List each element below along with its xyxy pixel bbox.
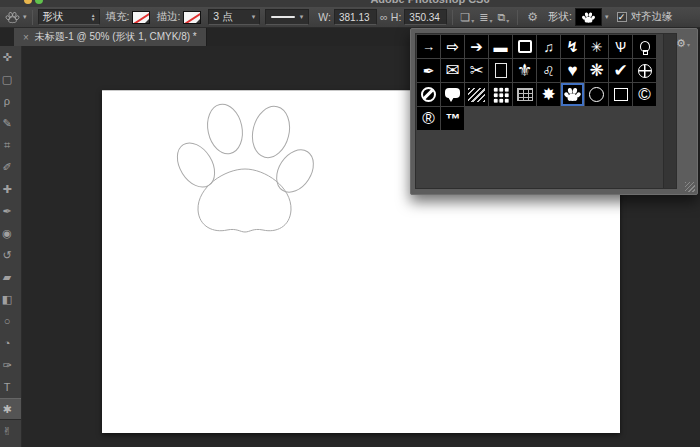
shape-arrow-3[interactable]: ➔ <box>465 35 488 58</box>
resize-grip[interactable] <box>685 182 695 192</box>
shape-star-burst[interactable]: ✸ <box>537 83 560 106</box>
check-icon: ✓ <box>618 12 626 22</box>
shape-height-input[interactable]: 350.34 <box>404 9 447 25</box>
stroke-swatch[interactable] <box>183 11 201 24</box>
shape-square-outline-icon <box>614 88 628 101</box>
healing-brush-tool[interactable]: ✚ <box>0 178 22 200</box>
brush-tool[interactable]: ✒ <box>0 200 22 222</box>
shape-width-input[interactable]: 381.13 <box>334 9 377 25</box>
shape-copyright[interactable]: © <box>633 83 656 106</box>
path-arrangement-button[interactable]: ⧉▾ <box>497 11 510 24</box>
shape-heart[interactable]: ♥ <box>561 59 584 82</box>
clone-stamp-tool[interactable]: ◉ <box>0 222 22 244</box>
crop-tool[interactable]: ⌗ <box>0 134 22 156</box>
shape-dots-pattern-icon <box>493 87 509 103</box>
stroke-width-value: 3 点 <box>213 10 232 24</box>
shape-crosshair-target[interactable] <box>633 59 656 82</box>
fill-swatch[interactable] <box>132 11 150 24</box>
shape-banner[interactable]: ▬ <box>489 35 512 58</box>
shape-scissors[interactable]: ✂ <box>465 59 488 82</box>
shape-no-symbol[interactable] <box>417 83 440 106</box>
shape-envelope[interactable]: ✉ <box>441 59 464 82</box>
shape-preview-button[interactable] <box>575 8 602 26</box>
eraser-tool[interactable]: ▰ <box>0 266 22 288</box>
hand-tool[interactable]: ✌ <box>0 420 22 442</box>
tool-preset-button[interactable]: ▾ <box>5 10 27 25</box>
gradient-tool[interactable]: ◧ <box>0 288 22 310</box>
stroke-label: 描边: <box>156 10 180 24</box>
shape-circle-outline-icon <box>589 87 604 102</box>
shape-grid: →⇨➔▬♫↯✳Ѱ✒✉✂⚜♌♥❋✔✸©®™ <box>417 35 656 130</box>
shape-square-outline[interactable] <box>609 83 632 106</box>
shape-sun-burst[interactable]: ✳ <box>585 35 608 58</box>
shape-picker-label: 形状: <box>548 10 572 24</box>
shape-circle-outline[interactable] <box>585 83 608 106</box>
custom-shape-tool-icon <box>5 10 20 25</box>
type-tool[interactable]: T <box>0 376 22 398</box>
link-dimensions-icon[interactable]: ∞ <box>380 11 388 23</box>
minimize-button[interactable] <box>24 0 32 4</box>
path-buttons-group: ❏▾≣▾⧉▾ <box>458 11 512 24</box>
document-tab[interactable]: × 未标题-1 @ 50% (形状 1, CMYK/8) * <box>14 28 207 46</box>
tool-mode-select[interactable]: 形状 ▴▾ <box>38 9 100 25</box>
shape-thin-frame[interactable] <box>489 59 512 82</box>
shape-arrow-2[interactable]: ⇨ <box>441 35 464 58</box>
panel-menu-button[interactable]: ⚙▾ <box>676 37 691 50</box>
shape-fleur-de-lis[interactable]: ⚜ <box>513 59 536 82</box>
swatch-caret-icon <box>145 19 149 23</box>
shape-diagonal-texture-icon <box>468 88 485 102</box>
chevron-down-icon: ▾ <box>471 17 474 24</box>
zoom-tool[interactable]: ⌕ <box>0 442 22 447</box>
marquee-tool[interactable]: ▢ <box>0 68 22 90</box>
path-arrangement-button-icon: ⧉ <box>497 11 505 24</box>
shape-trademark[interactable]: ™ <box>441 107 464 130</box>
move-tool[interactable]: ✜ <box>0 46 22 68</box>
solid-line-icon <box>271 16 295 18</box>
stroke-width-input[interactable]: 3 点 ▾ <box>208 9 260 25</box>
maximize-button[interactable] <box>35 0 43 4</box>
close-icon[interactable]: × <box>23 32 29 43</box>
shape-list-area: →⇨➔▬♫↯✳Ѱ✒✉✂⚜♌♥❋✔✸©®™ <box>415 33 677 189</box>
shape-height-value: 350.34 <box>409 12 440 23</box>
shape-grass[interactable]: Ѱ <box>609 35 632 58</box>
shape-grid-pattern-icon <box>517 88 533 101</box>
divider <box>452 10 453 25</box>
shape-arrow-1[interactable]: → <box>417 35 440 58</box>
align-edges-checkbox[interactable]: ✓ <box>617 12 627 22</box>
shape-light-bulb[interactable] <box>633 35 656 58</box>
shape-lightning[interactable]: ↯ <box>561 35 584 58</box>
title-bar: Adobe Photoshop CS6 <box>0 0 700 7</box>
shape-diagonal-texture[interactable] <box>465 83 488 106</box>
pen-tool[interactable]: ✑ <box>0 354 22 376</box>
shape-speech-bubble[interactable] <box>441 83 464 106</box>
shape-registered[interactable]: ® <box>417 107 440 130</box>
chevron-down-icon[interactable]: ▾ <box>605 13 609 21</box>
shape-grid-pattern[interactable] <box>513 83 536 106</box>
dodge-tool[interactable]: ◔ <box>0 332 22 354</box>
shape-dots-pattern[interactable] <box>489 83 512 106</box>
custom-shape-tool[interactable]: ✱ <box>0 398 22 420</box>
shape-musical-notes[interactable]: ♫ <box>537 35 560 58</box>
path-alignment-button[interactable]: ≣▾ <box>479 11 493 24</box>
history-brush-tool[interactable]: ↺ <box>0 244 22 266</box>
chevron-down-icon: ▾ <box>506 17 509 24</box>
lasso-tool[interactable]: ρ <box>0 90 22 112</box>
shape-ornament[interactable]: ♌ <box>537 59 560 82</box>
divider <box>32 10 33 25</box>
photoshop-window: Adobe Photoshop CS6 ▾ 形状 ▴▾ 填充: 描边: 3 点 … <box>0 0 700 447</box>
document-tab-title: 未标题-1 @ 50% (形状 1, CMYK/8) * <box>35 30 197 44</box>
path-operations-button[interactable]: ❏▾ <box>460 11 475 24</box>
chevron-down-icon: ▾ <box>23 13 27 21</box>
blur-tool[interactable]: ○ <box>0 310 22 332</box>
shape-frame[interactable] <box>513 35 536 58</box>
gear-icon[interactable]: ⚙ <box>527 10 538 24</box>
stroke-type-select[interactable]: ▾ <box>265 9 309 25</box>
quick-selection-tool[interactable]: ✎ <box>0 112 22 134</box>
shape-splat[interactable]: ❋ <box>585 59 608 82</box>
shape-check-mark[interactable]: ✔ <box>609 59 632 82</box>
eyedropper-tool[interactable]: ✐ <box>0 156 22 178</box>
shape-paw-print[interactable] <box>561 83 584 106</box>
shape-pushpin[interactable]: ✒ <box>417 59 440 82</box>
scrollbar[interactable] <box>663 34 676 189</box>
swatch-caret-icon <box>196 19 200 23</box>
